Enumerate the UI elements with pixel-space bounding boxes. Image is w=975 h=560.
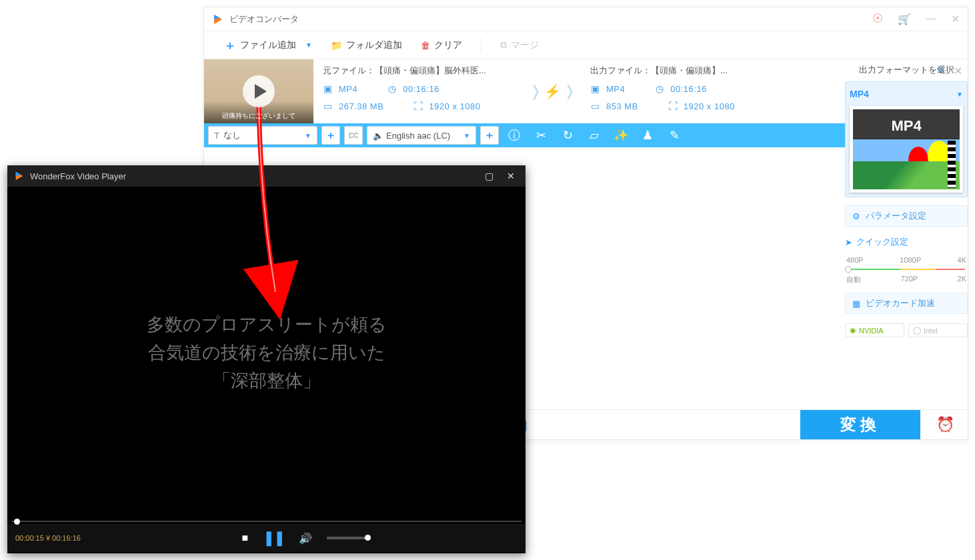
edit-icon[interactable]: ✎ <box>663 128 686 143</box>
volume-slider[interactable] <box>327 537 371 539</box>
effects-icon[interactable]: ✨ <box>610 128 632 143</box>
player-maximize-icon[interactable]: ▢ <box>481 171 498 181</box>
app-title: ビデオコンバータ <box>229 13 872 25</box>
convert-button[interactable]: 変換 <box>800 410 920 439</box>
close-icon[interactable]: ✕ <box>951 13 960 25</box>
player-title: WonderFox Video Player <box>30 171 475 181</box>
subtitle-line-1: 多数のプロアスリートが頼る <box>147 313 387 337</box>
caret-down-icon: ▼ <box>956 91 963 98</box>
gpu-badges: ◉NVIDIA ◯Intel <box>845 323 968 337</box>
output-format: ▣MP4 <box>590 83 625 94</box>
minimize-icon[interactable]: — <box>926 13 936 25</box>
col-divider: ❭ ⚡ ❭ <box>527 59 581 123</box>
arrow-icon: ➤ <box>845 237 852 247</box>
player-time: 00:00:15 ¥ 00:16:16 <box>15 534 81 543</box>
clock-icon: ◷ <box>654 83 665 94</box>
sliders-icon: ⚙ <box>852 211 860 221</box>
add-subtitle-button[interactable]: ＋ <box>321 126 340 145</box>
source-duration: ◷00:16:16 <box>387 83 439 94</box>
quick-settings-title: ➤ クイック設定 <box>845 236 968 248</box>
player-logo-icon <box>14 171 25 181</box>
add-audio-button[interactable]: ＋ <box>480 126 499 145</box>
cc-button[interactable]: CC <box>344 126 363 145</box>
subtitle-value: なし <box>223 129 241 141</box>
video-icon: ▣ <box>323 83 333 94</box>
trash-icon: 🗑 <box>421 40 430 51</box>
source-resolution: ⛶1920 x 1080 <box>413 101 480 111</box>
gpu-accel-button[interactable]: ▦ ビデオカード加速 <box>845 293 968 314</box>
cut-icon[interactable]: ✂ <box>530 128 552 143</box>
subtitle-select[interactable]: T なし ▼ <box>208 126 317 145</box>
audio-track-select[interactable]: 🔈 English aac (LC) ▼ <box>367 126 476 145</box>
subtitle-line-3: 「深部整体」 <box>213 369 321 393</box>
alarm-icon[interactable]: ⏰ <box>932 416 958 433</box>
plus-icon: ＋ <box>224 37 236 53</box>
crop-icon[interactable]: ▱ <box>583 128 606 143</box>
volume-knob[interactable] <box>365 535 371 541</box>
format-card[interactable]: MP4 ▼ MP4 <box>845 81 968 197</box>
merge-button[interactable]: ⧉ マージ <box>500 39 539 51</box>
merge-icon: ⧉ <box>500 39 507 51</box>
folder-icon: 📁 <box>331 40 342 51</box>
app-logo-icon <box>212 13 224 25</box>
player-viewport[interactable]: 多数のプロアスリートが頼る 合気道の技術を治療に用いた 「深部整体」 <box>7 187 526 519</box>
nvidia-badge: ◉NVIDIA <box>845 323 904 337</box>
cart-icon[interactable]: 🛒 <box>898 13 911 25</box>
toolbar-separator <box>481 37 481 53</box>
format-thumb-label: MP4 <box>853 109 960 139</box>
format-header[interactable]: MP4 ▼ <box>850 86 963 102</box>
rotate-icon[interactable]: ↻ <box>556 128 579 143</box>
text-icon: T <box>214 131 219 141</box>
info-icon[interactable]: ⓘ <box>503 127 526 143</box>
titlebar-controls: ⦿ 🛒 — ✕ <box>872 13 960 25</box>
parameters-button[interactable]: ⚙ パラメータ設定 <box>845 205 968 227</box>
clear-label: クリア <box>434 39 462 51</box>
format-thumbnail: MP4 <box>850 106 963 193</box>
mark-1080p: 1080P <box>900 256 921 264</box>
output-duration: ◷00:16:16 <box>654 83 707 94</box>
add-file-label: ファイル追加 <box>240 39 296 51</box>
bolt-icon: ⚡ <box>544 83 561 99</box>
source-format: ▣MP4 <box>323 83 357 94</box>
nvidia-icon: ◉ <box>850 326 856 335</box>
storage-icon: ▭ <box>323 101 333 111</box>
caret-down-icon: ▼ <box>463 132 470 139</box>
mark-4k: 4K <box>958 256 966 264</box>
add-folder-button[interactable]: 📁 フォルダ追加 <box>331 39 402 51</box>
video-thumbnail[interactable]: 頭痛持ちにございまして <box>204 59 313 123</box>
format-thumb-picture <box>853 139 960 189</box>
pause-button[interactable]: ❚❚ <box>263 529 284 547</box>
mark-480p: 480P <box>846 256 864 264</box>
titlebar: ビデオコンバータ ⦿ 🛒 — ✕ <box>204 7 968 31</box>
clock-icon: ◷ <box>387 83 397 94</box>
clear-button[interactable]: 🗑 クリア <box>421 39 462 51</box>
key-icon[interactable]: ⦿ <box>872 13 883 25</box>
output-size: ▭853 MB <box>590 101 638 111</box>
volume-icon[interactable]: 🔊 <box>299 532 312 545</box>
add-folder-label: フォルダ追加 <box>346 39 402 51</box>
add-file-dropdown-icon[interactable]: ▼ <box>305 41 312 49</box>
player-timeline[interactable] <box>7 519 526 524</box>
stop-button[interactable]: ■ <box>242 532 249 544</box>
watermark-icon[interactable]: ♟ <box>636 128 659 143</box>
thumbnail-caption: 頭痛持ちにございまして <box>204 111 313 121</box>
timeline-knob[interactable] <box>14 519 20 525</box>
gpu-accel-label: ビデオカード加速 <box>866 297 935 309</box>
add-file-button[interactable]: ＋ ファイル追加 <box>224 37 296 53</box>
parameters-label: パラメータ設定 <box>866 210 926 222</box>
mark-auto: 自動 <box>846 275 861 285</box>
chip-icon: ▦ <box>852 299 860 309</box>
output-panel-title: 出力フォーマットを選択 <box>845 64 968 76</box>
player-close-icon[interactable]: ✕ <box>503 171 519 181</box>
video-player-window: WonderFox Video Player ▢ ✕ 多数のプロアスリートが頼る… <box>7 165 526 553</box>
resolution-icon: ⛶ <box>413 101 423 111</box>
source-title: 元ファイル：【頭痛・偏頭痛】脳外科医... <box>323 65 518 77</box>
output-panel: 出力フォーマットを選択 MP4 ▼ MP4 ⚙ パラメータ設定 ➤ クイック設定… <box>845 64 968 337</box>
quality-slider[interactable]: 480P 1080P 4K 自動 720P 2K <box>845 256 968 285</box>
player-titlebar: WonderFox Video Player ▢ ✕ <box>7 165 526 187</box>
output-resolution: ⛶1920 x 1080 <box>668 101 735 111</box>
output-title: 出力ファイル：【頭痛・偏頭痛】... <box>590 65 785 77</box>
play-overlay-icon[interactable] <box>243 75 275 107</box>
slider-knob[interactable] <box>845 266 852 273</box>
chevron-icon: ❭ <box>530 83 542 100</box>
